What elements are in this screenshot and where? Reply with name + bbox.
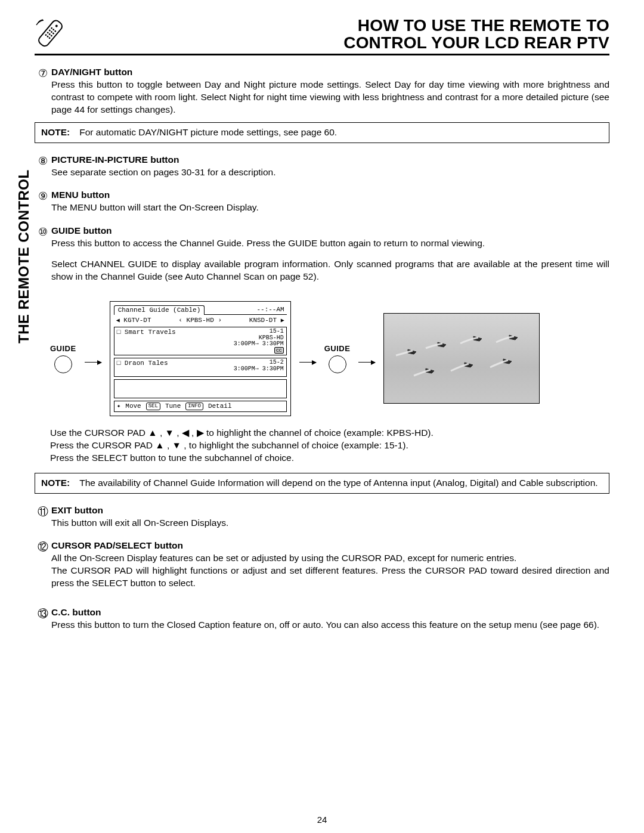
instr-l3: Press the SELECT button to tune the subc… (50, 452, 609, 465)
item-title-9: MENU button (51, 190, 110, 200)
cg-channel-mid: KPBS-HD (187, 317, 214, 324)
page-number: 24 (0, 815, 644, 825)
move-icon: ✦ (117, 402, 121, 410)
cc-chip-icon: CC (274, 347, 284, 354)
guillemet-right-icon: › (218, 317, 222, 324)
note-text-1: For automatic DAY/NIGHT picture mode set… (79, 126, 603, 139)
cursor-instructions: Use the CURSOR PAD ▲ , ▼ , ◀ , ▶ to high… (50, 427, 609, 465)
cg-row1-end: 3:30PM (262, 340, 284, 347)
cg-footer-detail: Detail (208, 402, 232, 410)
item-text-8: See separate section on pages 30-31 for … (51, 167, 276, 177)
sel-badge-icon: SEL (146, 402, 160, 410)
guillemet-left-icon: ‹ (178, 317, 182, 324)
cg-row-1: □ Smart Travels 15-1 KPBS-HD 3:00PM→ 3:3… (114, 327, 287, 355)
note-label: NOTE: (41, 477, 70, 490)
title-line-1: HOW TO USE THE REMOTE TO (343, 17, 609, 34)
channel-guide-screen: Channel Guide (Cable) --:--AM ◀ KGTV-DT … (110, 301, 291, 416)
note-box-1: NOTE: For automatic DAY/NIGHT picture mo… (35, 122, 609, 143)
arrow-left-icon: ◀ (182, 428, 189, 438)
item-number-8: ⑧ (35, 154, 51, 179)
item-text-12: All the On-Screen Display features can b… (51, 553, 609, 588)
title-line-2: CONTROL YOUR LCD REAR PTV (343, 34, 609, 51)
item-text-10b: Select CHANNEL GUIDE to display availabl… (51, 259, 609, 281)
arrow-right-icon (299, 362, 316, 363)
item-title-11: EXIT button (51, 505, 103, 515)
guide-button-icon (329, 355, 346, 373)
item-title-12: CURSOR PAD/SELECT button (51, 540, 183, 550)
arrow-up-icon: ▲ (155, 440, 164, 450)
item-title-13: C.C. button (51, 607, 101, 617)
item-title-10: GUIDE button (51, 225, 112, 236)
note-box-2: NOTE: The availability of Channel Guide … (35, 473, 609, 494)
info-badge-icon: INFO (185, 402, 203, 410)
sidebar-section-label: THE REMOTE CONTROL (16, 169, 32, 343)
guide-button-label-right: GUIDE (324, 344, 351, 353)
svg-rect-0 (37, 19, 64, 48)
triangle-right-icon: ▶ (281, 317, 284, 324)
item-number-9: ⑨ (35, 189, 51, 214)
page-title: HOW TO USE THE REMOTE TO CONTROL YOUR LC… (343, 17, 609, 52)
cg-row2-end: 3:30PM (262, 366, 284, 372)
item-number-12: ⑫ (35, 540, 51, 590)
item-title-7: DAY/NIGHT button (51, 67, 132, 77)
arrow-right-icon: ▶ (197, 428, 204, 438)
cg-footer-tune: Tune (165, 402, 181, 410)
arrow-up-icon: ▲ (148, 428, 157, 438)
cg-time: --:--AM (256, 306, 286, 314)
cg-row1-name: □ Smart Travels (117, 329, 176, 354)
item-title-8: PICTURE-IN-PICTURE button (51, 154, 179, 165)
cg-row2-start: 3:00PM (234, 366, 255, 372)
cg-row-2: □ Draon Tales 15-2 3:00PM→ 3:30PM (114, 358, 287, 377)
note-text-2: The availability of Channel Guide Inform… (79, 477, 603, 490)
cg-row2-name: □ Draon Tales (117, 360, 168, 375)
channel-guide-diagram: GUIDE Channel Guide (Cable) --:--AM ◀ KG… (50, 301, 609, 416)
arrow-right-icon (85, 362, 101, 363)
arrow-down-icon: ▼ (172, 440, 181, 450)
item-number-11: ⑪ (35, 504, 51, 529)
cg-channel-right: KNSD-DT (249, 317, 277, 324)
arrow-down-icon: ▼ (165, 428, 174, 438)
instr-l1a: Use the CURSOR PAD (50, 428, 148, 438)
item-text-11: This button will exit all On-Screen Disp… (51, 518, 228, 528)
instr-l1b: to highlight the channel of choice (exam… (206, 428, 434, 438)
triangle-left-icon: ◀ (116, 317, 120, 324)
guide-button-label-left: GUIDE (50, 344, 76, 353)
item-number-10: ⑩ (35, 225, 51, 283)
item-number-7: ⑦ (35, 66, 51, 116)
item-text-9: The MENU button will start the On-Screen… (51, 202, 259, 212)
cg-row-empty (114, 379, 287, 398)
cg-title: Channel Guide (Cable) (114, 305, 205, 315)
item-text-13: Press this button to turn the Closed Cap… (51, 620, 599, 630)
item-text-10a: Press this button to access the Channel … (51, 238, 485, 248)
cg-footer: ✦ Move SEL Tune INFO Detail (114, 401, 287, 412)
guide-button-icon (54, 355, 72, 373)
tv-preview-image (383, 313, 540, 404)
cg-channel-left: KGTV-DT (123, 317, 151, 324)
note-label: NOTE: (41, 126, 70, 139)
instr-l2b: , to highlight the subchannel of choice … (184, 440, 408, 450)
cg-row1-start: 3:00PM (234, 340, 255, 347)
item-number-13: ⑬ (35, 606, 51, 631)
item-text-7: Press this button to toggle between Day … (51, 79, 609, 114)
instr-l2a: Press the CURSOR PAD (50, 440, 155, 450)
arrow-right-icon (358, 362, 375, 363)
remote-icon (35, 17, 66, 52)
cg-footer-move: Move (125, 402, 141, 410)
